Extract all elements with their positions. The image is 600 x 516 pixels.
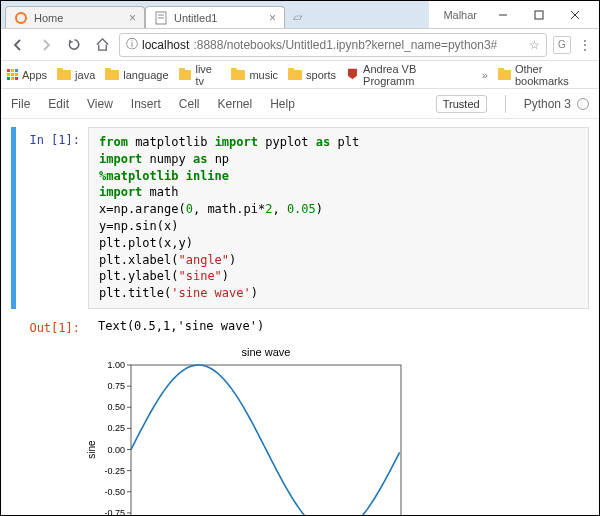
menu-help[interactable]: Help: [270, 97, 295, 111]
bookmark-folder[interactable]: sports: [288, 69, 336, 81]
other-bookmarks[interactable]: Other bookmarks: [498, 63, 593, 87]
folder-icon: [498, 70, 511, 80]
url-host: localhost: [142, 38, 189, 52]
new-tab-button[interactable]: ▱: [289, 6, 306, 28]
svg-text:sine: sine: [86, 440, 97, 459]
folder-icon: [288, 70, 302, 80]
bookmarks-bar: Apps java language live tv music sports …: [1, 61, 599, 89]
tab-label: Home: [34, 12, 63, 24]
shield-icon: ⛊: [346, 67, 359, 82]
output-figure: sine wave-1.00-0.75-0.50-0.250.000.250.5…: [81, 343, 599, 516]
svg-text:-0.25: -0.25: [104, 466, 125, 476]
svg-text:0.25: 0.25: [107, 423, 125, 433]
code-editor[interactable]: from matplotlib import pyplot as plt imp…: [88, 127, 589, 309]
apps-label: Apps: [22, 69, 47, 81]
apps-shortcut[interactable]: Apps: [7, 69, 47, 81]
browser-tabs: Home × Untitled1 × ▱: [1, 1, 429, 28]
svg-text:-0.75: -0.75: [104, 508, 125, 516]
tab-label: Untitled1: [174, 12, 217, 24]
notebook-icon: [154, 11, 168, 25]
svg-rect-5: [535, 11, 543, 19]
folder-icon: [57, 70, 71, 80]
bookmark-folder[interactable]: language: [105, 69, 168, 81]
browser-tab-notebook[interactable]: Untitled1 ×: [145, 6, 285, 28]
menu-kernel[interactable]: Kernel: [218, 97, 253, 111]
code-cell[interactable]: In [1]: from matplotlib import pyplot as…: [11, 127, 589, 309]
out-prompt: Out[1]:: [18, 315, 88, 337]
menu-insert[interactable]: Insert: [131, 97, 161, 111]
bookmark-folder[interactable]: live tv: [179, 63, 222, 87]
reload-button[interactable]: [63, 34, 85, 56]
svg-text:0.75: 0.75: [107, 381, 125, 391]
svg-point-0: [16, 13, 26, 23]
folder-icon: [179, 70, 192, 80]
site-info-icon[interactable]: ⓘ: [126, 36, 138, 53]
apps-grid-icon: [7, 69, 18, 80]
svg-text:sine wave: sine wave: [242, 346, 291, 358]
window-controls: Malhar: [429, 1, 599, 28]
bookmark-star-icon[interactable]: ☆: [529, 38, 540, 52]
bookmark-folder[interactable]: java: [57, 69, 95, 81]
folder-icon: [231, 70, 245, 80]
kernel-name: Python 3: [524, 97, 571, 111]
output-cell: Out[1]: Text(0.5,1,'sine wave'): [11, 315, 589, 337]
window-titlebar: Home × Untitled1 × ▱ Malhar: [1, 1, 599, 29]
close-icon[interactable]: ×: [269, 11, 276, 25]
svg-rect-9: [131, 365, 401, 516]
jupyter-icon: [14, 11, 28, 25]
menu-view[interactable]: View: [87, 97, 113, 111]
forward-button[interactable]: [35, 34, 57, 56]
overflow-icon[interactable]: »: [482, 69, 488, 81]
back-button[interactable]: [7, 34, 29, 56]
in-prompt: In [1]:: [18, 127, 88, 309]
menu-file[interactable]: File: [11, 97, 30, 111]
menu-cell[interactable]: Cell: [179, 97, 200, 111]
svg-text:1.00: 1.00: [107, 360, 125, 370]
address-bar[interactable]: ⓘ localhost:8888/notebooks/Untitled1.ipy…: [119, 33, 547, 57]
browser-toolbar: ⓘ localhost:8888/notebooks/Untitled1.ipy…: [1, 29, 599, 61]
bookmark-folder[interactable]: music: [231, 69, 278, 81]
url-path: :8888/notebooks/Untitled1.ipynb?kernel_n…: [193, 38, 497, 52]
bookmark-link[interactable]: ⛊Andrea VB Programm: [346, 63, 462, 87]
menu-edit[interactable]: Edit: [48, 97, 69, 111]
maximize-button[interactable]: [521, 1, 557, 29]
trusted-badge[interactable]: Trusted: [436, 95, 487, 113]
svg-text:0.50: 0.50: [107, 402, 125, 412]
window-user-label: Malhar: [435, 9, 485, 21]
close-icon[interactable]: ×: [129, 11, 136, 25]
minimize-button[interactable]: [485, 1, 521, 29]
svg-text:0.00: 0.00: [107, 444, 125, 454]
close-window-button[interactable]: [557, 1, 593, 29]
home-button[interactable]: [91, 34, 113, 56]
output-repr: Text(0.5,1,'sine wave'): [88, 315, 589, 337]
kernel-idle-icon: [577, 98, 589, 110]
notebook-area: In [1]: from matplotlib import pyplot as…: [1, 119, 599, 516]
svg-text:-0.50: -0.50: [104, 487, 125, 497]
cell-selected-bar: [11, 127, 16, 309]
divider: [505, 95, 506, 113]
sine-wave-plot: sine wave-1.00-0.75-0.50-0.250.000.250.5…: [81, 343, 411, 516]
search-engine-icon[interactable]: G: [553, 36, 571, 54]
notebook-menubar: File Edit View Insert Cell Kernel Help T…: [1, 89, 599, 119]
browser-menu-icon[interactable]: ⋮: [577, 38, 593, 52]
browser-tab-home[interactable]: Home ×: [5, 6, 145, 28]
folder-icon: [105, 70, 119, 80]
kernel-status[interactable]: Python 3: [524, 97, 589, 111]
